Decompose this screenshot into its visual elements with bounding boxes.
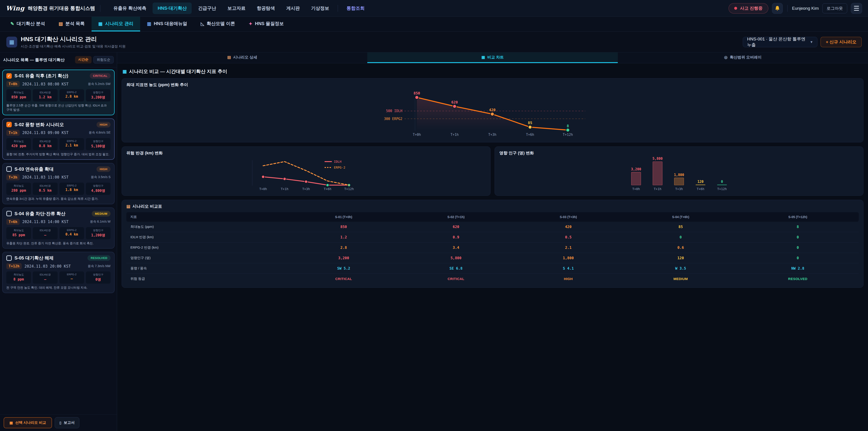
subtab-HNS 물질정보[interactable]: ✦HNS 물질정보: [242, 17, 291, 31]
nav-item-기상정보[interactable]: 기상정보: [306, 2, 334, 14]
metric-value: 1,200명: [87, 233, 110, 238]
scenario-title: S-05 대기확산 해제: [14, 255, 85, 261]
sort-by-time-button[interactable]: 시간순: [75, 56, 92, 63]
table-cell: 0.6: [625, 243, 737, 253]
scenario-checkbox[interactable]: [6, 255, 12, 261]
incident-select[interactable]: HNS-001 · 울산 온산항 톨루엔 누출 ▼: [743, 37, 817, 47]
notifications-button[interactable]: [772, 3, 783, 14]
scenario-card-S-03[interactable]: S-03 연속유출 확대 HIGH T+3h 2024.11.03 11:00 …: [2, 163, 115, 204]
time-offset-badge: T+12h: [6, 263, 22, 269]
table-cell: 85: [625, 222, 737, 232]
subtab-시나리오 관리[interactable]: ▦시나리오 관리: [92, 17, 140, 31]
radius-chart-panel: 위험 반경 (km) 변화 IDLHERPG-2T+0hT+1hT+3hT+6h…: [122, 147, 491, 196]
svg-text:T+0h: T+0h: [632, 187, 640, 191]
view-tab-label: 시나리오 상세: [233, 55, 257, 60]
nav-item-항공탐색[interactable]: 항공탐색: [252, 2, 280, 14]
metric-box: IDLH반경 –: [33, 227, 57, 239]
metric-label: 최대농도: [7, 91, 30, 94]
metric-label: IDLH반경: [34, 184, 57, 188]
table-cell: 1,800: [512, 253, 625, 263]
table-cell: 850: [287, 222, 400, 232]
metric-box: 최대농도 8 ppm: [6, 271, 31, 284]
metric-value: 1.2 km: [34, 95, 57, 99]
new-scenario-button[interactable]: + 신규 시나리오: [820, 37, 862, 47]
view-tab-비교 차트[interactable]: ▦비교 차트: [367, 53, 618, 63]
table-cell: 5,800: [400, 253, 512, 263]
svg-text:85: 85: [528, 121, 532, 125]
table-column-header: S-05 (T+12h): [737, 212, 859, 222]
subtab-label: 대기확산 분석: [17, 21, 45, 27]
view-tab-시나리오 상세[interactable]: ▤시나리오 상세: [117, 53, 367, 63]
view-tab-icon: ▦: [482, 55, 485, 60]
metric-value: 4,800명: [87, 188, 110, 193]
logout-button[interactable]: 로그아웃: [822, 3, 847, 13]
population-bar-chart: 3,2005,8001,8001200T+0hT+1hT+3hT+6hT+12h: [499, 156, 859, 192]
table-column-header: 지표: [126, 212, 287, 222]
metric-value: –: [60, 277, 83, 281]
nav-item-보고자료[interactable]: 보고자료: [222, 2, 250, 14]
svg-text:T+6h: T+6h: [697, 187, 704, 191]
metric-label: ERPG-2: [60, 140, 83, 143]
section-title: 시나리오 비교 — 시간대별 대기확산 지표 추이: [129, 68, 227, 74]
scenario-card-S-02[interactable]: ✓ S-02 풍향 변화 시나리오 HIGH T+1h 2024.11.03 0…: [2, 118, 115, 160]
scenario-checkbox[interactable]: [6, 211, 12, 216]
sort-by-risk-button[interactable]: 위험도순: [93, 56, 114, 63]
bar-chart-icon: ▦: [123, 69, 127, 74]
metric-value: 8 ppm: [7, 277, 30, 281]
page-header-actions: HNS-001 · 울산 온산항 톨루엔 누출 ▼ + 신규 시나리오: [743, 37, 862, 47]
subtab-분석 목록[interactable]: ▤분석 목록: [52, 17, 91, 31]
scenario-datetime: 2024.11.03 08:00 KST: [22, 82, 69, 86]
nav-item-유출유 확산예측[interactable]: 유출유 확산예측: [108, 2, 151, 14]
page-subtitle: 시간·조건별 대기확산 예측 시나리오 비교·검토 및 대응 의사결정 지원: [21, 44, 125, 49]
table-cell: 0: [737, 253, 859, 263]
subtab-HNS 대응매뉴얼[interactable]: ▥HNS 대응매뉴얼: [140, 17, 194, 31]
nav-item-통합조회[interactable]: 통합조회: [342, 2, 370, 14]
radius-chart-title: 위험 반경 (km) 변화: [126, 150, 486, 156]
table-column-header: S-03 (T+3h): [512, 212, 625, 222]
report-label: 보고서: [64, 420, 74, 425]
scenario-description: 톨루엔 2.5톤 순간 유출. SW 풍향으로 온산 산업단지 방향 확산. I…: [6, 103, 111, 112]
svg-text:T+6h: T+6h: [526, 133, 534, 137]
metric-value: 280 ppm: [7, 188, 30, 192]
report-button[interactable]: ▯ 보고서: [55, 417, 79, 428]
risk-badge: HIGH: [96, 166, 111, 172]
metric-box: 최대농도 85 ppm: [6, 227, 31, 239]
table-cell: SW 5.2: [287, 263, 400, 274]
scenario-card-S-04[interactable]: S-04 유출 차단·잔류 확산 MEDIUM T+6h 2024.11.03 …: [2, 208, 115, 249]
wind-info: 풍속 3.5m/s S: [91, 175, 111, 179]
scenario-card-S-01[interactable]: ✓ S-01 유출 직후 (초기 확산) CRITICAL T+0h 2024.…: [2, 70, 115, 115]
metric-box: 최대농도 850 ppm: [6, 89, 31, 101]
metric-label: 영향인구: [87, 140, 110, 143]
scenario-checkbox[interactable]: ✓: [6, 122, 12, 127]
svg-text:120: 120: [698, 180, 704, 184]
table-cell: 2.8: [287, 243, 400, 253]
nav-item-HNS·대기확산[interactable]: HNS·대기확산: [153, 2, 192, 14]
metric-label: ERPG-2: [60, 273, 83, 276]
table-cell: HIGH: [512, 274, 625, 284]
metric-label: 영향인구: [87, 91, 110, 94]
view-tab-label: 비교 차트: [487, 55, 504, 60]
table-cell: S 4.1: [512, 263, 625, 274]
scenario-checkbox[interactable]: [6, 166, 12, 172]
nav-item-게시판[interactable]: 게시판: [281, 2, 305, 14]
subtab-확산모델 이론[interactable]: ◺확산모델 이론: [194, 17, 242, 31]
scenario-card-S-05[interactable]: S-05 대기확산 해제 RESOLVED T+12h 2024.11.03 2…: [2, 252, 115, 293]
table-row: IDLH 반경 (km) 1.20.90.500: [126, 232, 859, 243]
scenario-checkbox[interactable]: ✓: [6, 73, 12, 79]
compare-scenarios-button[interactable]: ▦ 선택 시나리오 비교: [4, 417, 52, 428]
metric-label: 최대농도: [7, 273, 30, 276]
user-name: Eunjeong Kim: [792, 6, 819, 11]
risk-badge: RESOLVED: [88, 255, 111, 261]
workspace: 시나리오 목록 — 톨루엔 대기확산 시간순 위험도순 ✓ S-01 유출 직후…: [0, 53, 868, 431]
table-row-label: 영향인구 (명): [126, 253, 287, 263]
svg-text:5,800: 5,800: [652, 157, 662, 161]
table-cell: MEDIUM: [625, 274, 737, 284]
nav-item-긴급구난[interactable]: 긴급구난: [193, 2, 221, 14]
view-tab-확산범위 오버레이[interactable]: ◎확산범위 오버레이: [618, 53, 868, 63]
metric-box: ERPG-2 1.8 km: [59, 183, 84, 195]
menu-button[interactable]: [851, 3, 862, 14]
subtab-icon: ✦: [249, 21, 252, 26]
subtab-icon: ◺: [201, 21, 204, 26]
table-cell: 0: [625, 232, 737, 243]
subtab-대기확산 분석[interactable]: ✎대기확산 분석: [4, 17, 52, 31]
